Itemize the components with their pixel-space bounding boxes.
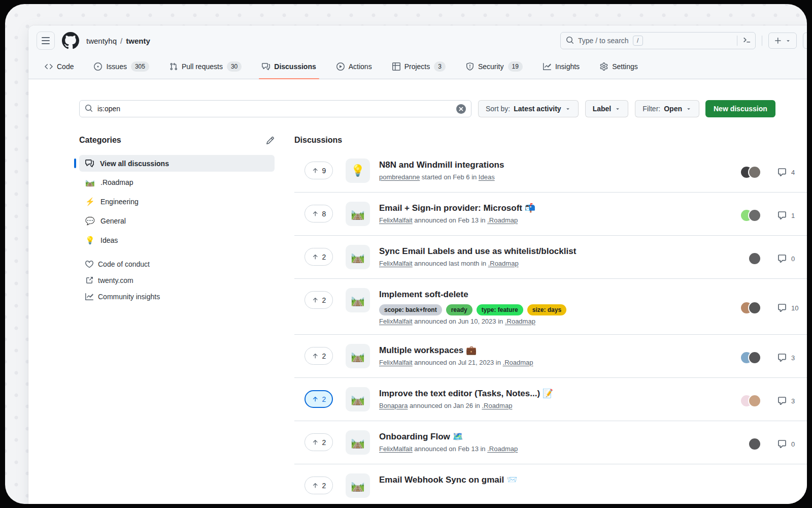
category-link[interactable]: .Roadmap bbox=[505, 318, 535, 325]
breadcrumb-owner-link[interactable]: twentyhq bbox=[86, 37, 117, 45]
new-discussion-button[interactable]: New discussion bbox=[705, 100, 775, 117]
upvote-button[interactable]: 2 bbox=[304, 433, 333, 451]
label-dropdown[interactable]: Label bbox=[585, 100, 629, 117]
global-search-input[interactable]: Type / to search / bbox=[560, 32, 756, 49]
label-badge[interactable]: scope: back+front bbox=[379, 304, 442, 315]
discussion-title-link[interactable]: Email Webhook Sync on gmail 📨 bbox=[379, 474, 807, 486]
label-badge[interactable]: ready bbox=[446, 304, 472, 315]
tab-insights[interactable]: Insights bbox=[536, 54, 587, 79]
tab-security[interactable]: Security 19 bbox=[459, 54, 530, 79]
category-emoji-box[interactable]: 🛤️ bbox=[346, 387, 370, 411]
community-insights-link[interactable]: Community insights bbox=[79, 289, 275, 305]
chevron-down-icon bbox=[615, 106, 621, 112]
tab-settings[interactable]: Settings bbox=[593, 54, 645, 79]
author-link[interactable]: FelixMalfait bbox=[379, 445, 413, 453]
sidebar-item-view-all-discussions[interactable]: View all discussions bbox=[79, 155, 275, 172]
filter-dropdown[interactable]: Filter: Open bbox=[635, 100, 699, 117]
upvote-button[interactable]: 2 bbox=[304, 291, 333, 309]
category-link[interactable]: .Roadmap bbox=[503, 359, 533, 366]
sidebar-item-general[interactable]: 💬 General bbox=[79, 212, 275, 230]
avatar[interactable] bbox=[748, 301, 761, 314]
author-link[interactable]: Bonapara bbox=[379, 402, 408, 409]
discussions-toolbar: is:open Sort by: Latest activity Label F… bbox=[79, 100, 807, 117]
tab-projects[interactable]: Projects 3 bbox=[385, 54, 453, 79]
tab-actions[interactable]: Actions bbox=[329, 54, 379, 79]
discussion-title-link[interactable]: Onboarding Flow 🗺️ bbox=[379, 431, 732, 443]
author-link[interactable]: FelixMalfait bbox=[379, 260, 413, 267]
create-new-button[interactable] bbox=[768, 33, 797, 49]
edit-categories-button[interactable] bbox=[266, 136, 275, 145]
upvote-button[interactable]: 2 bbox=[304, 347, 333, 365]
category-link[interactable]: .Roadmap bbox=[488, 260, 519, 267]
avatar[interactable] bbox=[748, 351, 761, 364]
sidebar-item-ideas[interactable]: 💡 Ideas bbox=[79, 232, 275, 249]
avatar[interactable] bbox=[748, 252, 761, 265]
avatar-stack[interactable] bbox=[732, 437, 761, 451]
discussion-title-link[interactable]: Sync Email Labels and use as whitelist/b… bbox=[379, 245, 732, 258]
avatar[interactable] bbox=[748, 394, 761, 407]
discussion-title-link[interactable]: Multiple workspaces 💼 bbox=[379, 344, 732, 357]
label-badge[interactable]: size: days bbox=[527, 304, 566, 315]
upvote-button[interactable]: 2 bbox=[304, 248, 333, 266]
category-emoji-box[interactable]: 🛤️ bbox=[346, 430, 370, 455]
tab-discussions[interactable]: Discussions bbox=[255, 54, 323, 79]
category-link[interactable]: .Roadmap bbox=[482, 402, 512, 409]
hamburger-menu-button[interactable] bbox=[37, 31, 55, 50]
upvote-button[interactable]: 2 bbox=[304, 477, 333, 494]
author-link[interactable]: FelixMalfait bbox=[379, 216, 413, 224]
avatar[interactable] bbox=[748, 209, 761, 222]
sidebar-item-roadmap[interactable]: 🛤️ .Roadmap bbox=[79, 174, 275, 191]
category-link[interactable]: .Roadmap bbox=[487, 445, 518, 453]
breadcrumb-repo-link[interactable]: twenty bbox=[126, 37, 150, 45]
category-emoji-box[interactable]: 🛤️ bbox=[346, 288, 370, 312]
repo-nav: Code Issues 305 Pull requests 30 Discuss… bbox=[28, 54, 807, 79]
avatar-stack[interactable] bbox=[732, 301, 761, 314]
author-link[interactable]: pombredanne bbox=[379, 173, 420, 181]
avatar-stack[interactable] bbox=[732, 351, 761, 364]
global-search-placeholder: Type / to search bbox=[578, 37, 629, 45]
category-link[interactable]: Ideas bbox=[479, 173, 495, 181]
sort-by-dropdown[interactable]: Sort by: Latest activity bbox=[478, 100, 579, 117]
avatar-stack[interactable] bbox=[732, 252, 761, 265]
avatar-stack[interactable] bbox=[732, 166, 761, 179]
light-bulb-emoji-icon: 💡 bbox=[85, 236, 94, 245]
avatar-stack[interactable] bbox=[732, 209, 761, 222]
author-link[interactable]: FelixMalfait bbox=[379, 359, 413, 366]
author-link[interactable]: FelixMalfait bbox=[379, 318, 413, 325]
category-emoji-box[interactable]: 💡 bbox=[346, 158, 370, 183]
command-palette-icon[interactable] bbox=[742, 36, 751, 46]
discussion-title-link[interactable]: Implement soft-delete bbox=[379, 289, 732, 301]
discussion-title-link[interactable]: N8N and Windmill integrations bbox=[379, 159, 732, 171]
railway-track-emoji-icon: 🛤️ bbox=[351, 207, 364, 220]
discussions-search-input[interactable]: is:open bbox=[79, 100, 471, 117]
code-of-conduct-link[interactable]: Code of conduct bbox=[79, 256, 275, 272]
arrow-up-icon bbox=[312, 167, 319, 174]
github-logo-icon[interactable] bbox=[62, 32, 79, 49]
tab-code[interactable]: Code bbox=[38, 54, 81, 79]
speech-balloon-emoji-icon: 💬 bbox=[85, 216, 94, 226]
search-divider bbox=[737, 36, 737, 46]
category-emoji-box[interactable]: 🛤️ bbox=[346, 245, 370, 269]
upvote-button[interactable]: 8 bbox=[304, 205, 333, 223]
comment-count: 0 bbox=[777, 439, 807, 449]
label-badge[interactable]: type: feature bbox=[477, 304, 523, 315]
tab-pull-requests[interactable]: Pull requests 30 bbox=[162, 54, 249, 79]
issues-button[interactable] bbox=[803, 33, 807, 49]
twenty-com-link[interactable]: twenty.com bbox=[79, 272, 275, 289]
clear-search-button[interactable] bbox=[456, 104, 466, 114]
tab-issues[interactable]: Issues 305 bbox=[87, 54, 156, 79]
avatar[interactable] bbox=[748, 437, 761, 451]
avatar-stack[interactable] bbox=[732, 394, 761, 407]
category-emoji-box[interactable]: 🛤️ bbox=[346, 344, 370, 368]
category-emoji-box[interactable]: 🛤️ bbox=[346, 202, 370, 226]
discussion-row: 2 🛤️ Sync Email Labels and use as whitel… bbox=[294, 236, 807, 279]
category-link[interactable]: .Roadmap bbox=[487, 216, 518, 224]
category-emoji-box[interactable]: 🛤️ bbox=[346, 473, 370, 498]
discussion-title-link[interactable]: Email + Sign-in provider: Microsoft 📬 bbox=[379, 202, 732, 214]
upvote-button[interactable]: 9 bbox=[304, 162, 333, 179]
avatar[interactable] bbox=[748, 166, 761, 179]
projects-counter: 3 bbox=[434, 61, 446, 72]
discussion-title-link[interactable]: Improve the text editor (Tasks, Notes...… bbox=[379, 388, 732, 400]
sidebar-item-engineering[interactable]: ⚡ Engineering bbox=[79, 193, 275, 210]
upvote-button-voted[interactable]: 2 bbox=[304, 390, 333, 408]
